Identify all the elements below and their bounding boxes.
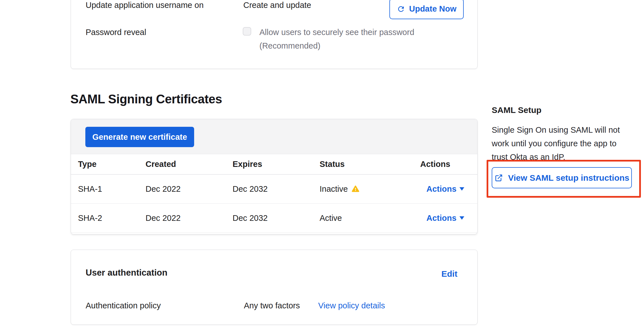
user-authentication-heading: User authentication	[86, 268, 167, 278]
column-header-created: Created	[138, 160, 225, 169]
saml-signing-certificates-heading: SAML Signing Certificates	[70, 92, 222, 106]
view-saml-setup-label: View SAML setup instructions	[508, 173, 629, 183]
username-update-label: Update application username on	[86, 0, 204, 10]
view-policy-details-link[interactable]: View policy details	[318, 301, 385, 310]
cell-created: Dec 2022	[138, 213, 225, 223]
authentication-policy-label: Authentication policy	[86, 301, 161, 310]
cell-expires: Dec 2032	[225, 184, 313, 194]
saml-setup-heading: SAML Setup	[492, 105, 541, 115]
column-header-actions: Actions	[410, 160, 477, 169]
cell-status: Active	[313, 213, 410, 223]
update-now-button[interactable]: Update Now	[389, 0, 464, 19]
external-link-icon	[494, 173, 503, 182]
table-row-sha2: SHA-2 Dec 2022 Dec 2032 Active Actions	[71, 204, 477, 233]
username-update-value: Create and update	[243, 0, 311, 10]
warning-icon	[352, 185, 359, 193]
cell-created: Dec 2022	[138, 184, 225, 194]
certificates-card-header-band: Generate new certificate	[71, 119, 477, 154]
certificates-table-header: Type Created Expires Status Actions	[71, 154, 477, 175]
password-reveal-recommended-label: (Recommended)	[259, 41, 320, 51]
refresh-icon	[397, 5, 405, 13]
chevron-down-icon	[459, 216, 464, 220]
authentication-policy-value: Any two factors	[244, 301, 300, 310]
password-reveal-label: Password reveal	[86, 27, 146, 37]
actions-dropdown[interactable]: Actions	[417, 184, 464, 194]
table-row-sha1: SHA-1 Dec 2022 Dec 2032 Inactive Actions	[71, 175, 477, 204]
column-header-expires: Expires	[225, 160, 313, 169]
actions-label: Actions	[426, 184, 456, 194]
chevron-down-icon	[459, 187, 464, 191]
cell-expires: Dec 2032	[225, 213, 313, 223]
generate-new-certificate-button[interactable]: Generate new certificate	[85, 127, 194, 147]
cell-actions: Actions	[410, 213, 477, 223]
password-reveal-checkbox-label: Allow users to securely see their passwo…	[259, 27, 414, 37]
actions-label: Actions	[426, 213, 456, 223]
actions-dropdown[interactable]: Actions	[417, 213, 464, 223]
app-settings-card: Update application username on Create an…	[71, 0, 478, 69]
cell-type: SHA-2	[71, 213, 138, 223]
status-text: Inactive	[320, 184, 348, 194]
cell-status: Inactive	[313, 184, 410, 194]
user-authentication-card: User authentication Edit Authentication …	[71, 250, 478, 325]
status-text: Active	[320, 213, 342, 223]
cell-type: SHA-1	[71, 184, 138, 194]
update-now-label: Update Now	[409, 4, 457, 14]
cell-actions: Actions	[410, 184, 477, 194]
saml-setup-description: Single Sign On using SAML will not work …	[492, 123, 633, 164]
view-saml-setup-instructions-button[interactable]: View SAML setup instructions	[492, 167, 632, 188]
password-reveal-checkbox[interactable]	[243, 27, 251, 36]
saml-certificates-card: Generate new certificate Type Created Ex…	[71, 119, 478, 234]
edit-link[interactable]: Edit	[441, 269, 457, 279]
column-header-type: Type	[71, 160, 138, 169]
column-header-status: Status	[313, 160, 410, 169]
